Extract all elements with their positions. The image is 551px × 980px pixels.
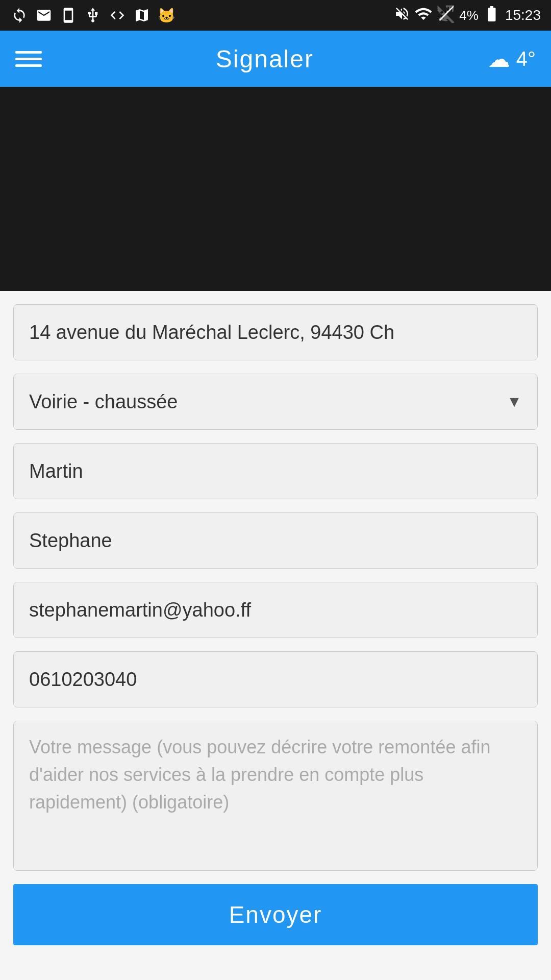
cloud-icon: ☁ — [488, 46, 510, 72]
page-title: Signaler — [216, 45, 314, 73]
status-icons-left: 🐱 — [10, 6, 176, 24]
category-select-wrapper[interactable]: Voirie - chaussée Voirie - trottoir Écla… — [13, 374, 538, 430]
battery-percentage: 4% — [459, 8, 479, 23]
menu-button[interactable] — [15, 51, 42, 67]
temperature: 4° — [516, 47, 536, 70]
category-select[interactable]: Voirie - chaussée Voirie - trottoir Écla… — [29, 374, 522, 429]
nav-bar: Signaler ☁ 4° — [0, 31, 551, 87]
email-input[interactable] — [13, 582, 538, 638]
address-input[interactable] — [13, 304, 538, 360]
wifi-icon — [414, 5, 433, 27]
mail-icon — [35, 6, 53, 24]
phone-input[interactable] — [13, 651, 538, 707]
mute-icon — [394, 6, 410, 26]
lastname-input[interactable] — [13, 443, 538, 499]
code-icon — [108, 6, 127, 24]
status-bar: 🐱 4% 15:23 — [0, 0, 551, 31]
sync-icon — [10, 6, 29, 24]
message-textarea[interactable] — [29, 733, 522, 856]
signal-bars — [437, 5, 455, 27]
cat-icon: 🐱 — [157, 6, 176, 24]
battery-icon — [483, 5, 501, 27]
send-button[interactable]: Envoyer — [13, 884, 538, 945]
maps-icon — [133, 6, 151, 24]
time: 15:23 — [505, 7, 541, 23]
weather-widget: ☁ 4° — [488, 46, 536, 72]
screenshot-icon — [59, 6, 78, 24]
usb-icon — [84, 6, 102, 24]
message-textarea-wrapper[interactable] — [13, 721, 538, 871]
camera-preview[interactable] — [0, 87, 551, 291]
status-icons-right: 4% 15:23 — [394, 5, 541, 27]
firstname-input[interactable] — [13, 512, 538, 569]
form-area: Voirie - chaussée Voirie - trottoir Écla… — [0, 291, 551, 945]
